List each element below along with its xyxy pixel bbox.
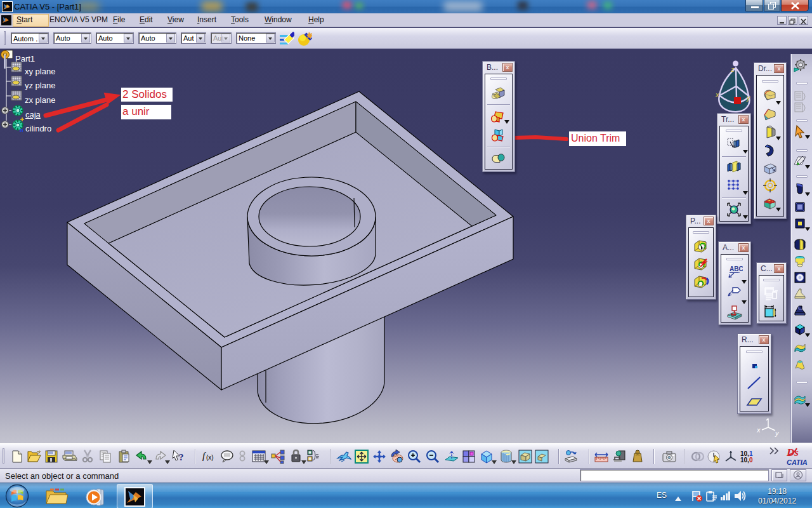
svg-text:Ds: Ds: [786, 446, 799, 458]
svg-text:(x): (x): [206, 454, 214, 461]
svg-text:y: y: [746, 94, 751, 102]
svg-text:y: y: [775, 429, 780, 437]
svg-text:10,0: 10,0: [740, 457, 753, 464]
svg-text:x: x: [715, 91, 719, 98]
svg-text:z: z: [730, 65, 735, 73]
svg-text:CATIA: CATIA: [787, 458, 808, 466]
svg-text:ABC: ABC: [730, 265, 743, 272]
svg-text:n: n: [20, 127, 23, 133]
svg-text:x: x: [756, 426, 761, 434]
svg-text:?: ?: [179, 452, 184, 462]
